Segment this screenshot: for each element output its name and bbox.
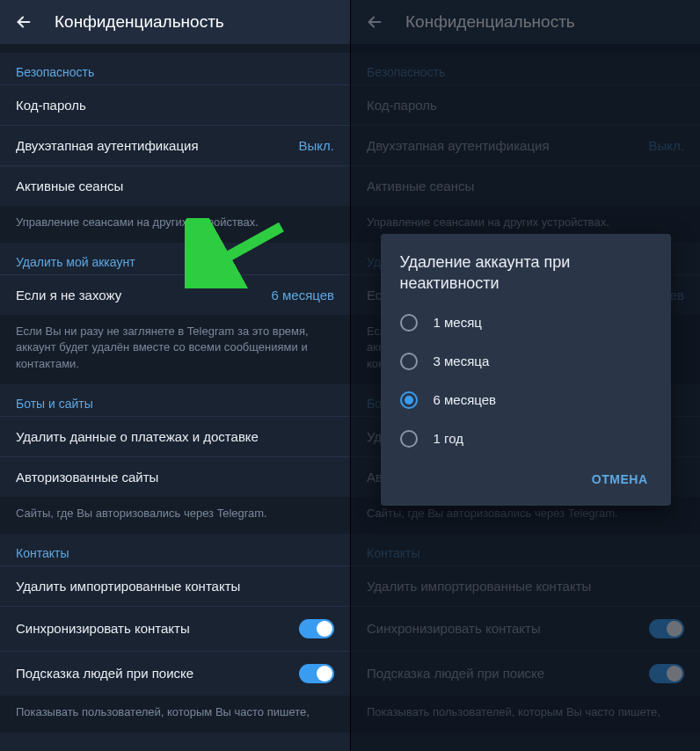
radio-option[interactable]: 3 месяца [381,342,671,381]
bots-footer: Сайты, где Вы авторизовались через Teleg… [0,497,350,534]
row-delete-payment[interactable]: Удалить данные о платежах и доставке [0,416,350,456]
toggle-suggest[interactable] [299,664,334,683]
page-title: Конфиденциальность [55,12,224,32]
cancel-button[interactable]: ОТМЕНА [581,465,659,493]
two-step-label: Двухэтапная аутентификация [16,138,199,153]
row-active-sessions[interactable]: Активные сеансы [0,165,350,206]
radio-label: 6 месяцев [434,392,497,407]
section-delete-header: Удалить мой аккаунт [0,243,350,274]
radio-icon [400,430,418,448]
radio-option[interactable]: 6 месяцев [381,381,671,419]
radio-label: 3 месяца [434,354,490,368]
section-contacts-header: Контакты [0,534,350,565]
two-step-value: Выкл. [299,138,334,153]
content: Безопасность Код-пароль Двухэтапная ауте… [0,44,350,751]
delete-footer: Если Вы ни разу не заглянете в Telegram … [0,315,350,384]
passcode-label: Код-пароль [16,98,86,113]
row-suggest-people[interactable]: Подсказка людей при поиске [0,651,350,696]
radio-label: 1 месяц [434,315,482,330]
section-security-header: Безопасность [0,53,350,84]
active-sessions-label: Активные сеансы [16,179,123,193]
privacy-screen-right: Конфиденциальность Безопасность Код-паро… [350,0,700,751]
radio-label: 1 год [434,431,463,446]
radio-icon [400,314,418,332]
row-if-away[interactable]: Если я не захожу 6 месяцев [0,274,350,315]
modal-overlay[interactable]: Удаление аккаунта при неактивности 1 мес… [351,0,700,751]
radio-option[interactable]: 1 год [381,419,671,458]
row-delete-imported[interactable]: Удалить импортированные контакты [0,565,350,606]
dialog-title: Удаление аккаунта при неактивности [381,252,671,303]
header: Конфиденциальность [0,0,350,44]
section-bots-header: Боты и сайты [0,384,350,416]
toggle-sync[interactable] [299,619,334,638]
security-footer: Управление сеансами на других устройства… [0,206,350,243]
privacy-screen-left: Конфиденциальность Безопасность Код-паро… [0,0,350,751]
if-away-label: Если я не захожу [16,288,121,303]
delete-payment-label: Удалить данные о платежах и доставке [16,429,259,444]
delete-inactive-dialog: Удаление аккаунта при неактивности 1 мес… [381,234,671,506]
row-sync-contacts[interactable]: Синхронизировать контакты [0,606,350,651]
sync-label: Синхронизировать контакты [16,621,190,636]
delete-imported-label: Удалить импортированные контакты [16,579,240,594]
row-passcode[interactable]: Код-пароль [0,84,350,125]
row-authorized-sites[interactable]: Авторизованные сайты [0,456,350,497]
radio-icon [400,391,418,409]
if-away-value: 6 месяцев [271,288,334,303]
contacts-footer: Показывать пользователей, которым Вы час… [0,696,350,733]
back-icon[interactable] [14,12,33,32]
authorized-sites-label: Авторизованные сайты [16,470,158,485]
suggest-label: Подсказка людей при поиске [16,666,193,681]
row-two-step[interactable]: Двухэтапная аутентификация Выкл. [0,125,350,165]
radio-option[interactable]: 1 месяц [381,303,671,342]
radio-icon [400,353,418,370]
